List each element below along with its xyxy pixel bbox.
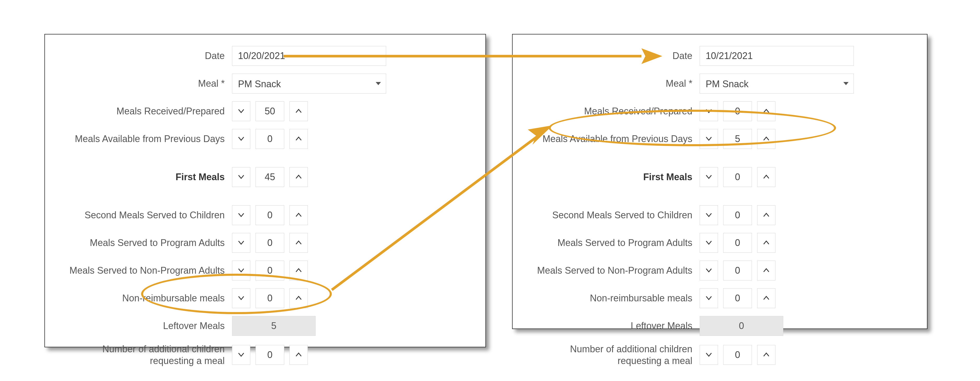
row-meal: Meal * PM Snack [527, 73, 912, 94]
leftover-readonly: 5 [232, 316, 316, 336]
decrement-button[interactable] [700, 260, 718, 281]
increment-button[interactable] [757, 260, 775, 281]
increment-button[interactable] [757, 205, 775, 225]
chevron-down-icon [238, 213, 244, 218]
label-date: Date [527, 51, 700, 61]
row-additional-children: Number of additional children requesting… [60, 343, 471, 367]
label-leftover: Leftover Meals [60, 321, 232, 332]
annotation-ellipse-previous [549, 110, 836, 146]
row-first-meals: First Meals [60, 167, 471, 187]
chevron-down-icon [238, 268, 244, 273]
second-children-input[interactable] [723, 205, 752, 225]
date-input[interactable] [700, 46, 854, 66]
increment-button[interactable] [290, 345, 308, 365]
meal-select[interactable]: PM Snack [232, 74, 386, 94]
second-children-input[interactable] [256, 205, 284, 225]
increment-button[interactable] [757, 288, 775, 308]
chevron-down-icon [706, 241, 712, 246]
chevron-up-icon [763, 296, 769, 301]
row-date: Date [527, 45, 912, 66]
chevron-down-icon [238, 175, 244, 179]
program-adults-input[interactable] [723, 233, 752, 253]
increment-button[interactable] [757, 167, 775, 187]
row-non-reimbursable: Non-reimbursable meals [527, 288, 912, 309]
decrement-button[interactable] [232, 205, 250, 225]
increment-button[interactable] [290, 129, 308, 149]
chevron-down-icon [706, 352, 712, 357]
label-second-children: Second Meals Served to Children [527, 210, 700, 221]
row-nonprogram-adults: Meals Served to Non-Program Adults [527, 260, 912, 281]
chevron-up-icon [763, 175, 769, 179]
chevron-up-icon [763, 213, 769, 218]
label-meal: Meal * [527, 78, 700, 89]
non-reimbursable-input[interactable] [723, 288, 752, 308]
form-panel-right: Date Meal * PM Snack Meals Received/Prep… [512, 34, 928, 329]
increment-button[interactable] [757, 345, 775, 365]
decrement-button[interactable] [232, 167, 250, 187]
decrement-button[interactable] [700, 233, 718, 253]
annotation-ellipse-leftover [141, 274, 332, 314]
increment-button[interactable] [290, 205, 308, 225]
label-non-reimbursable: Non-reimbursable meals [527, 293, 700, 304]
decrement-button[interactable] [232, 233, 250, 253]
decrement-button[interactable] [700, 167, 718, 187]
decrement-button[interactable] [700, 205, 718, 225]
meals-received-input[interactable] [256, 101, 284, 121]
additional-children-input[interactable] [723, 345, 752, 365]
increment-button[interactable] [290, 101, 308, 121]
label-first-meals: First Meals [60, 171, 232, 183]
chevron-down-icon [238, 137, 244, 141]
label-additional-children: Number of additional children requesting… [527, 343, 700, 367]
row-leftover: Leftover Meals 5 [60, 316, 471, 337]
row-program-adults: Meals Served to Program Adults [60, 232, 471, 253]
row-first-meals: First Meals [527, 167, 912, 187]
chevron-down-icon [238, 109, 244, 114]
decrement-button[interactable] [232, 101, 250, 121]
program-adults-input[interactable] [256, 233, 284, 253]
first-meals-input[interactable] [256, 167, 284, 187]
label-first-meals: First Meals [527, 171, 700, 183]
chevron-up-icon [296, 175, 302, 179]
chevron-up-icon [296, 137, 302, 141]
additional-children-input[interactable] [256, 345, 284, 365]
decrement-button[interactable] [232, 129, 250, 149]
chevron-up-icon [296, 241, 302, 246]
chevron-up-icon [763, 268, 769, 273]
label-program-adults: Meals Served to Program Adults [60, 237, 232, 248]
decrement-button[interactable] [232, 345, 250, 365]
chevron-up-icon [296, 268, 302, 273]
chevron-down-icon [706, 296, 712, 301]
label-additional-children: Number of additional children requesting… [60, 343, 232, 367]
row-additional-children: Number of additional children requesting… [527, 343, 912, 367]
chevron-down-icon [238, 241, 244, 246]
label-program-adults: Meals Served to Program Adults [527, 237, 700, 248]
chevron-up-icon [296, 213, 302, 218]
row-program-adults: Meals Served to Program Adults [527, 232, 912, 253]
label-nonprogram-adults: Meals Served to Non-Program Adults [60, 265, 232, 276]
date-input[interactable] [232, 46, 386, 66]
chevron-up-icon [763, 352, 769, 357]
increment-button[interactable] [290, 167, 308, 187]
first-meals-input[interactable] [723, 167, 752, 187]
label-meal: Meal * [60, 78, 232, 89]
chevron-down-icon [706, 213, 712, 218]
increment-button[interactable] [290, 233, 308, 253]
decrement-button[interactable] [700, 288, 718, 308]
meals-previous-input[interactable] [256, 129, 284, 149]
chevron-up-icon [296, 352, 302, 357]
row-second-children: Second Meals Served to Children [60, 205, 471, 225]
label-date: Date [60, 51, 232, 61]
meal-select[interactable]: PM Snack [700, 74, 854, 94]
row-second-children: Second Meals Served to Children [527, 205, 912, 225]
label-meals-previous: Meals Available from Previous Days [60, 133, 232, 144]
label-nonprogram-adults: Meals Served to Non-Program Adults [527, 265, 700, 276]
row-meals-previous: Meals Available from Previous Days [60, 129, 471, 149]
increment-button[interactable] [757, 233, 775, 253]
label-leftover: Leftover Meals [527, 321, 700, 332]
label-second-children: Second Meals Served to Children [60, 210, 232, 221]
leftover-readonly: 0 [700, 316, 783, 336]
label-meals-received: Meals Received/Prepared [60, 106, 232, 117]
row-leftover: Leftover Meals 0 [527, 316, 912, 337]
decrement-button[interactable] [700, 345, 718, 365]
nonprogram-adults-input[interactable] [723, 260, 752, 281]
